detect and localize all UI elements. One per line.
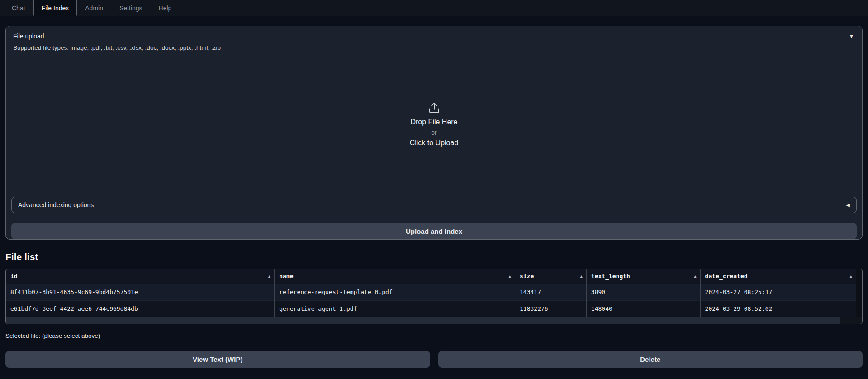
supported-file-types-text: Supported file types: image, .pdf, .txt,… bbox=[6, 42, 862, 51]
file-dropzone[interactable]: Drop File Here - or - Click to Upload bbox=[6, 51, 862, 197]
view-text-button[interactable]: View Text (WIP) bbox=[5, 351, 430, 368]
file-actions: View Text (WIP) Delete bbox=[5, 351, 863, 368]
cell-id[interactable]: e61bdf7d-3eef-4422-aee6-744c969d84db bbox=[6, 300, 275, 317]
tab-admin[interactable]: Admin bbox=[77, 0, 111, 16]
file-list-heading: File list bbox=[5, 251, 863, 262]
file-upload-panel: File upload ▼ Supported file types: imag… bbox=[5, 26, 863, 240]
column-header-date-created[interactable]: date_created▲ bbox=[700, 269, 856, 284]
tab-help[interactable]: Help bbox=[151, 0, 180, 16]
selected-file-label: Selected file: (please select above) bbox=[5, 332, 863, 339]
cell-date-created[interactable]: 2024-03-27 08:25:17 bbox=[700, 284, 856, 300]
accordion-closed-icon: ◀ bbox=[846, 203, 850, 208]
cell-size[interactable]: 143417 bbox=[515, 284, 587, 300]
accordion-open-icon: ▼ bbox=[849, 34, 854, 39]
cell-size[interactable]: 11832276 bbox=[515, 300, 587, 317]
horizontal-scrollbar-thumb[interactable] bbox=[6, 317, 840, 324]
upload-and-index-button[interactable]: Upload and Index bbox=[11, 223, 857, 239]
table-header-row: id▲ name▲ size▲ text_length▲ date_create… bbox=[6, 269, 856, 284]
column-header-id[interactable]: id▲ bbox=[6, 269, 275, 284]
tab-settings[interactable]: Settings bbox=[111, 0, 151, 16]
file-table: id▲ name▲ size▲ text_length▲ date_create… bbox=[5, 269, 863, 324]
file-index-page: File upload ▼ Supported file types: imag… bbox=[0, 16, 868, 368]
table-row: 8f411b07-3b91-4635-9c69-9bd4b757501e ref… bbox=[6, 284, 856, 300]
cell-date-created[interactable]: 2024-03-29 08:52:02 bbox=[700, 300, 856, 317]
column-label: id bbox=[10, 273, 18, 280]
click-to-upload-text: Click to Upload bbox=[410, 139, 459, 147]
or-text: - or - bbox=[427, 129, 441, 136]
horizontal-scrollbar-track[interactable] bbox=[6, 317, 862, 324]
tab-chat[interactable]: Chat bbox=[4, 0, 33, 16]
cell-id[interactable]: 8f411b07-3b91-4635-9c69-9bd4b757501e bbox=[6, 284, 275, 300]
cell-text-length[interactable]: 3890 bbox=[586, 284, 700, 300]
column-label: date_created bbox=[705, 273, 748, 280]
vertical-scrollbar[interactable] bbox=[856, 269, 862, 317]
column-header-size[interactable]: size▲ bbox=[515, 269, 587, 284]
cell-text-length[interactable]: 148040 bbox=[586, 300, 700, 317]
advanced-indexing-accordion-header[interactable]: Advanced indexing options ◀ bbox=[11, 197, 857, 213]
file-upload-accordion-header[interactable]: File upload ▼ bbox=[6, 26, 862, 42]
upload-icon bbox=[427, 101, 441, 114]
sort-asc-icon: ▲ bbox=[694, 274, 696, 279]
file-upload-title: File upload bbox=[13, 33, 44, 40]
column-header-name[interactable]: name▲ bbox=[275, 269, 515, 284]
cell-name[interactable]: reference-request-template_0.pdf bbox=[275, 284, 515, 300]
table-row: e61bdf7d-3eef-4422-aee6-744c969d84db gen… bbox=[6, 300, 856, 317]
column-header-text-length[interactable]: text_length▲ bbox=[586, 269, 700, 284]
tab-bar: Chat File Index Admin Settings Help bbox=[0, 0, 868, 16]
advanced-indexing-label: Advanced indexing options bbox=[18, 201, 94, 208]
column-label: text_length bbox=[591, 273, 630, 280]
sort-asc-icon: ▲ bbox=[268, 274, 270, 279]
drop-file-here-text: Drop File Here bbox=[410, 118, 457, 126]
column-label: size bbox=[520, 273, 534, 280]
delete-button[interactable]: Delete bbox=[438, 351, 863, 368]
sort-asc-icon: ▲ bbox=[850, 274, 852, 279]
column-label: name bbox=[279, 273, 293, 280]
cell-name[interactable]: generative_agent 1.pdf bbox=[275, 300, 515, 317]
tab-file-index[interactable]: File Index bbox=[33, 0, 77, 16]
sort-asc-icon: ▲ bbox=[580, 274, 582, 279]
sort-asc-icon: ▲ bbox=[509, 274, 511, 279]
